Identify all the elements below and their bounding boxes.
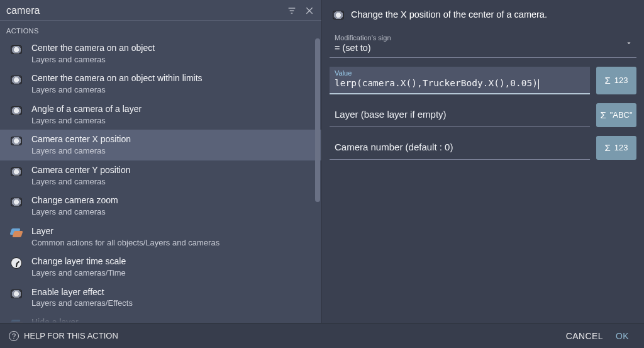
camera-icon (10, 196, 23, 208)
item-sub: Layers and cameras/Effects (31, 298, 133, 309)
ok-button[interactable]: OK (609, 327, 635, 345)
search-input[interactable] (5, 4, 281, 18)
footer: ? HELP FOR THIS ACTION CANCEL OK (0, 323, 644, 348)
item-title: Change camera zoom (31, 194, 118, 206)
help-link[interactable]: ? HELP FOR THIS ACTION (9, 331, 118, 341)
sigma-icon: Σ (600, 109, 606, 120)
action-title: Change the X position of the center of a… (351, 9, 547, 20)
help-icon: ? (9, 331, 19, 341)
list-item[interactable]: Angle of a camera of a layerLayers and c… (0, 99, 321, 130)
item-title: Hide a layer (31, 317, 106, 323)
layer-input[interactable]: Layer (base layer if empty) (330, 103, 590, 127)
item-title: Change layer time scale (31, 255, 126, 267)
text-cursor (538, 79, 539, 89)
item-sub: Common actions for all objects/Layers an… (31, 237, 219, 249)
item-sub: Layers and cameras (31, 145, 131, 157)
list-item[interactable]: Center the camera on an objectLayers and… (0, 38, 321, 69)
list-item[interactable]: Change camera zoomLayers and cameras (0, 191, 321, 221)
item-sub: Layers and cameras (31, 84, 203, 96)
actions-list: Center the camera on an objectLayers and… (0, 38, 321, 323)
camera-icon (10, 104, 23, 117)
search-row (0, 0, 321, 21)
expression-number-button[interactable]: Σ 123 (596, 136, 636, 160)
list-item[interactable]: LayerCommon actions for all objects/Laye… (0, 222, 321, 252)
item-sub: Layers and cameras/Time (31, 267, 126, 279)
expr-num-label: 123 (614, 76, 628, 85)
scrollbar[interactable] (315, 38, 320, 202)
clock-icon (10, 257, 23, 269)
camera-icon (10, 43, 23, 56)
close-icon[interactable] (303, 4, 316, 18)
item-title: Enable layer effect (31, 286, 133, 298)
value-input[interactable]: Value lerp(camera.X(),TruckerBody.X(),0.… (330, 67, 590, 94)
camera-icon (10, 135, 23, 147)
chevron-down-icon (625, 39, 633, 48)
item-title: Layer (31, 225, 219, 237)
camera-icon (10, 166, 23, 178)
item-sub: Layers and cameras (31, 176, 130, 188)
filter-icon[interactable] (285, 4, 299, 18)
cancel-button[interactable]: CANCEL (560, 327, 609, 345)
item-title: Center the camera on an object (31, 42, 155, 54)
camera-icon (10, 288, 23, 300)
item-sub: Layers and cameras (31, 54, 155, 65)
layer-icon (10, 318, 23, 323)
value-label: Value (335, 69, 589, 77)
camera-number-input[interactable]: Camera number (default : 0) (330, 136, 590, 160)
expr-num-label: 123 (614, 143, 628, 152)
expr-str-label: "ABC" (610, 110, 633, 120)
item-sub: Layers and cameras (31, 115, 142, 126)
camera-icon (332, 9, 345, 21)
value-text: lerp(camera.X(),TruckerBody.X(),0.05) (335, 78, 538, 88)
layer-placeholder: Layer (base layer if empty) (335, 109, 589, 120)
expression-string-button[interactable]: Σ "ABC" (596, 103, 636, 127)
item-title: Angle of a camera of a layer (31, 103, 142, 115)
help-label: HELP FOR THIS ACTION (24, 331, 118, 340)
action-header: Change the X position of the center of a… (330, 6, 636, 30)
item-title: Camera center X position (31, 133, 131, 145)
section-label: ACTIONS (0, 21, 321, 38)
camera-number-placeholder: Camera number (default : 0) (335, 142, 589, 152)
list-item[interactable]: Hide a layerLayers and cameras (0, 313, 321, 323)
list-item[interactable]: Enable layer effectLayers and cameras/Ef… (0, 283, 321, 313)
sign-label: Modification's sign (335, 34, 635, 42)
parameters-panel: Change the X position of the center of a… (322, 0, 644, 323)
expression-number-button[interactable]: Σ 123 (596, 67, 636, 94)
sign-select[interactable]: Modification's sign = (set to) (330, 30, 636, 58)
item-title: Camera center Y position (31, 164, 130, 176)
sign-value: = (set to) (335, 43, 635, 53)
sigma-icon: Σ (605, 142, 611, 153)
list-item[interactable]: Center the camera on an object within li… (0, 69, 321, 99)
layer-icon (10, 227, 23, 239)
camera-icon (10, 74, 23, 86)
list-item[interactable]: Camera center Y positionLayers and camer… (0, 160, 321, 191)
list-item[interactable]: Camera center X positionLayers and camer… (0, 130, 321, 160)
list-item[interactable]: Change layer time scaleLayers and camera… (0, 252, 321, 282)
item-title: Center the camera on an object within li… (31, 72, 203, 84)
actions-panel: ACTIONS Center the camera on an objectLa… (0, 0, 322, 323)
item-sub: Layers and cameras (31, 206, 118, 218)
sigma-icon: Σ (605, 75, 611, 86)
